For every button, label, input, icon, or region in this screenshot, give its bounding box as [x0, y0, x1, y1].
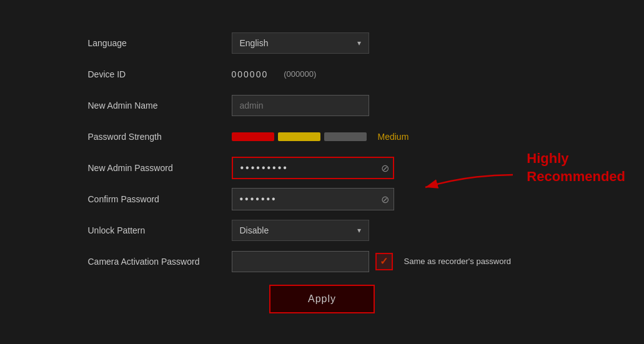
camera-activation-input[interactable] [232, 251, 369, 272]
device-id-value: 000000 [232, 69, 269, 79]
device-id-hint: (000000) [284, 69, 316, 79]
chevron-down-icon: ▾ [357, 39, 361, 47]
unlock-pattern-row: Unlock Pattern Disable ▾ [88, 219, 557, 242]
language-row: Language English ▾ [88, 31, 557, 55]
same-as-recorder-checkbox[interactable]: ✓ [375, 253, 393, 270]
password-strength-text: Medium [378, 132, 409, 142]
new-admin-name-control [232, 95, 557, 116]
main-container: Language English ▾ Device ID 000000 (000… [0, 0, 644, 344]
confirm-password-label: Confirm Password [88, 194, 232, 204]
device-id-control: 000000 (000000) [232, 69, 557, 79]
eye-slash-icon: ⊘ [381, 162, 389, 174]
new-admin-name-label: New Admin Name [88, 101, 232, 111]
device-id-row: Device ID 000000 (000000) [88, 62, 557, 86]
unlock-pattern-value: Disable [240, 225, 269, 235]
unlock-pattern-control: Disable ▾ [232, 220, 557, 241]
device-id-label: Device ID [88, 69, 232, 79]
password-strength-control: Medium [232, 132, 557, 142]
callout-text: Highly Recommended [527, 150, 625, 185]
new-admin-name-row: New Admin Name [88, 94, 557, 117]
strength-segment-gray [324, 132, 367, 141]
password-strength-bar [232, 132, 367, 141]
callout-line1: Highly [527, 150, 625, 168]
language-dropdown[interactable]: English ▾ [232, 32, 369, 54]
strength-segment-yellow [278, 132, 320, 141]
toggle-password-visibility-button[interactable]: ⊘ [381, 162, 389, 174]
camera-activation-label: Camera Activation Password [88, 257, 232, 267]
password-strength-row: Password Strength Medium [88, 125, 557, 149]
new-admin-name-input[interactable] [232, 95, 369, 116]
new-admin-password-wrap: ⊘ [232, 157, 394, 179]
checkmark-icon: ✓ [380, 255, 388, 267]
new-admin-password-input[interactable] [232, 157, 394, 179]
unlock-pattern-dropdown[interactable]: Disable ▾ [232, 220, 369, 241]
strength-segment-red [232, 132, 274, 141]
language-value: English [240, 38, 269, 48]
callout-arrow-icon [419, 169, 519, 194]
same-as-recorder-label: Same as recorder's password [404, 257, 512, 266]
toggle-confirm-password-visibility-button[interactable]: ⊘ [381, 193, 389, 205]
password-strength-label: Password Strength [88, 132, 232, 142]
unlock-pattern-label: Unlock Pattern [88, 225, 232, 235]
language-control: English ▾ [232, 32, 557, 54]
apply-button[interactable]: Apply [269, 285, 375, 313]
chevron-down-icon-2: ▾ [357, 226, 361, 235]
confirm-password-wrap: ⊘ [232, 188, 394, 210]
new-admin-password-label: New Admin Password [88, 163, 232, 173]
camera-activation-row: Camera Activation Password ✓ Same as rec… [88, 250, 557, 273]
eye-slash-icon-2: ⊘ [381, 193, 389, 205]
callout-line2: Recommended [527, 168, 625, 186]
language-label: Language [88, 38, 232, 48]
camera-activation-control: ✓ Same as recorder's password [232, 251, 557, 272]
apply-button-wrap: Apply [88, 285, 557, 313]
confirm-password-input[interactable] [232, 188, 394, 210]
